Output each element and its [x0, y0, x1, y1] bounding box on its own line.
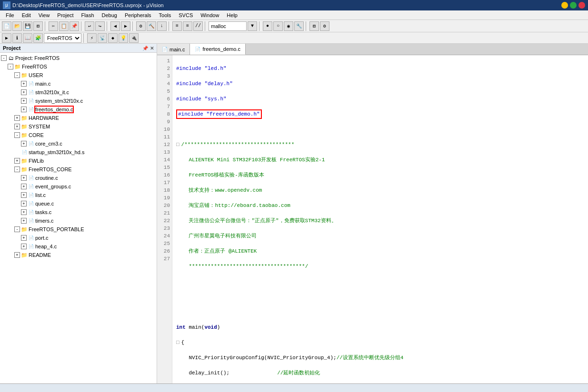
target-select[interactable]: FreeRTOS — [44, 33, 81, 43]
tree-freertos-portable[interactable]: - 📁 FreeRTOS_PORTABLE — [0, 225, 157, 234]
target-button[interactable]: ▶ — [2, 33, 11, 43]
tree-event-groups[interactable]: + 📄 event_groups.c — [0, 182, 157, 191]
tree-tasks[interactable]: + 📄 tasks.c — [0, 208, 157, 216]
root-toggle[interactable]: - — [1, 55, 7, 61]
tree-main-c[interactable]: + 📄 main.c — [0, 79, 157, 88]
menu-item-file[interactable]: File — [2, 11, 18, 19]
event-groups-toggle[interactable]: + — [21, 184, 27, 189]
redo-button[interactable]: ↪ — [95, 21, 105, 31]
copy-button[interactable]: 📋 — [59, 21, 69, 31]
list-toggle[interactable]: + — [21, 192, 27, 198]
tree-croutine[interactable]: + 📄 croutine.c — [0, 174, 157, 182]
new-file-button[interactable]: 📄 — [2, 21, 11, 31]
tree-system-stm32[interactable]: + 📄 system_stm32f10x.c — [0, 97, 157, 105]
toolbar2-btn5[interactable]: 🔌 — [129, 33, 139, 43]
system-toggle[interactable]: + — [14, 124, 20, 129]
tree-timers[interactable]: + 📄 timers.c — [0, 216, 157, 225]
tab-main-c[interactable]: 📄 main.c — [157, 44, 190, 55]
save-all-button[interactable]: ⊞ — [33, 21, 43, 31]
tree-hardware[interactable]: + 📁 HARDWARE — [0, 114, 157, 122]
cut-button[interactable]: ✂ — [49, 21, 58, 31]
menu-item-view[interactable]: View — [35, 11, 54, 19]
menu-item-peripherals[interactable]: Peripherals — [121, 11, 155, 19]
tab-freertos-demo[interactable]: 📄 freertos_demo.c — [190, 44, 245, 55]
settings-button[interactable]: ⚙ — [320, 21, 329, 31]
tree-core[interactable]: - 📁 CORE — [0, 131, 157, 139]
tree-core-cm3[interactable]: + 📄 core_cm3.c — [0, 139, 157, 148]
align-left-button[interactable]: ≡ — [172, 21, 182, 31]
tree-list[interactable]: + 📄 list.c — [0, 191, 157, 199]
close-button[interactable] — [578, 2, 585, 9]
toolbar2-btn2[interactable]: 📡 — [98, 33, 107, 43]
code-text[interactable]: #include "led.h" #include "delay.h" #inc… — [172, 55, 588, 383]
system-stm32-toggle[interactable]: + — [21, 98, 27, 104]
tree-freertos[interactable]: - 📁 FreeRTOS — [0, 62, 157, 71]
download-button[interactable]: ↓ — [157, 21, 167, 31]
tree-readme[interactable]: + 📁 README — [0, 251, 157, 259]
croutine-toggle[interactable]: + — [21, 175, 27, 181]
rebuild-button[interactable]: 🔨 — [147, 21, 156, 31]
align-right-button[interactable]: ≡ — [183, 21, 192, 31]
menu-item-tools[interactable]: Tools — [155, 11, 175, 19]
freertos-portable-toggle[interactable]: - — [14, 226, 20, 232]
tree-freertos-core[interactable]: - 📁 FreeRTOS_CORE — [0, 165, 157, 174]
components-button[interactable]: 🧩 — [33, 33, 43, 43]
toolbar2-btn4[interactable]: 💡 — [119, 33, 128, 43]
freertos-core-toggle[interactable]: - — [14, 167, 20, 172]
maximize-button[interactable] — [570, 2, 577, 9]
tree-freertos-demo[interactable]: + 📄 freertos_demo.c — [0, 105, 157, 114]
heap4-toggle[interactable]: + — [21, 244, 27, 249]
undo-button[interactable]: ↩ — [85, 21, 94, 31]
tasks-toggle[interactable]: + — [21, 209, 27, 215]
toolbar2-btn3[interactable]: ◆ — [108, 33, 118, 43]
menu-item-debug[interactable]: Debug — [98, 11, 121, 19]
user-toggle[interactable]: - — [14, 72, 20, 78]
grid-button[interactable]: ⊞ — [309, 21, 319, 31]
core-toggle[interactable]: - — [14, 132, 20, 138]
stop-button[interactable]: ○ — [273, 21, 283, 31]
paste-button[interactable]: 📌 — [70, 21, 79, 31]
info-button[interactable]: ℹ — [12, 33, 22, 43]
pin-icon[interactable]: 📌 — [142, 46, 148, 51]
minimize-button[interactable] — [561, 2, 568, 9]
fwlib-toggle[interactable]: + — [14, 158, 20, 164]
menu-item-svcs[interactable]: SVCS — [175, 11, 197, 19]
tree-heap4[interactable]: + 📄 heap_4.c — [0, 242, 157, 251]
save-button[interactable]: 💾 — [23, 21, 32, 31]
forward-button[interactable]: ▶ — [121, 21, 130, 31]
menu-item-project[interactable]: Project — [53, 11, 77, 19]
run-button[interactable]: ● — [263, 21, 272, 31]
tree-queue[interactable]: + 📄 queue.c — [0, 199, 157, 208]
tree-stm32-it[interactable]: + 📄 stm32f10x_it.c — [0, 88, 157, 97]
menu-item-window[interactable]: Window — [197, 11, 223, 19]
search-input[interactable] — [209, 21, 247, 31]
freertos-demo-toggle[interactable]: + — [21, 107, 27, 112]
search-dropdown-button[interactable]: ▼ — [248, 21, 257, 31]
back-button[interactable]: ◀ — [110, 21, 120, 31]
sidebar-close-icon[interactable]: ✕ — [150, 46, 154, 51]
book-button[interactable]: 📖 — [23, 33, 32, 43]
open-button[interactable]: 📂 — [12, 21, 22, 31]
build-button[interactable]: ⚙ — [136, 21, 146, 31]
freertos-toggle[interactable]: - — [8, 64, 13, 69]
toolbar2-btn1[interactable]: ⚡ — [87, 33, 97, 43]
menu-item-help[interactable]: Help — [223, 11, 241, 19]
main-c-toggle[interactable]: + — [21, 81, 27, 87]
more-button[interactable]: 🔧 — [294, 21, 304, 31]
tree-fwlib[interactable]: + 📁 FWLib — [0, 157, 157, 165]
tree-port[interactable]: + 📄 port.c — [0, 234, 157, 242]
menu-item-edit[interactable]: Edit — [18, 11, 35, 19]
tree-root[interactable]: - 🗂 Project: FreeRTOS — [0, 54, 157, 62]
tree-startup[interactable]: 📄 startup_stm32f10x_hd.s — [0, 148, 157, 157]
port-toggle[interactable]: + — [21, 235, 27, 241]
hardware-toggle[interactable]: + — [14, 115, 20, 121]
stm32-it-toggle[interactable]: + — [21, 89, 27, 95]
queue-toggle[interactable]: + — [21, 201, 27, 206]
tree-system[interactable]: + 📁 SYSTEM — [0, 122, 157, 131]
menu-item-flash[interactable]: Flash — [78, 11, 98, 19]
indent-button[interactable]: // — [193, 21, 203, 31]
readme-toggle[interactable]: + — [14, 252, 20, 258]
core-cm3-toggle[interactable]: + — [21, 141, 27, 147]
timers-toggle[interactable]: + — [21, 218, 27, 224]
debug-button[interactable]: ◉ — [284, 21, 293, 31]
